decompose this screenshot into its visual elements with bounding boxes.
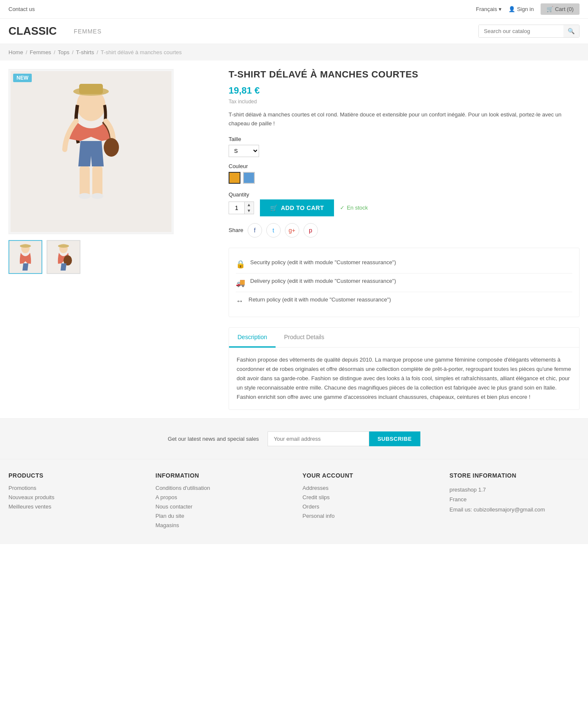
search-input[interactable] [479,25,563,37]
pinterest-icon: p [309,227,312,234]
twitter-icon: t [273,227,274,234]
cart-button[interactable]: 🛒 Cart (0) [541,3,580,15]
footer-about[interactable]: A propos [155,494,285,500]
pinterest-share[interactable]: p [304,223,318,238]
quantity-input[interactable] [229,202,244,214]
svg-rect-5 [92,166,102,196]
footer-terms[interactable]: Conditions d'utilisation [155,485,285,491]
breadcrumb-tshirts[interactable]: T-shirts [76,49,94,55]
googleplus-share[interactable]: g+ [285,223,299,238]
user-icon: 👤 [508,6,515,12]
twitter-share[interactable]: t [266,223,281,238]
breadcrumb-sep: / [97,49,98,55]
add-to-cart-button[interactable]: 🛒 ADD TO CART [260,199,334,216]
tab-description[interactable]: Description [229,328,276,348]
logo[interactable]: CLASSIC [8,25,57,38]
qty-cart-row: ▲ ▼ 🛒 ADD TO CART ✓ En stock [229,199,580,216]
svg-point-14 [58,244,69,248]
signin-link[interactable]: 👤 Sign in [508,6,534,12]
check-icon: ✓ [340,205,345,211]
tabs-header: Description Product Details [229,328,579,348]
main-content: NEW [0,61,588,418]
thumb-image-2 [47,241,80,273]
breadcrumb: Home / Femmes / Tops / T-shirts / T-shir… [0,44,588,61]
search-icon: 🔍 [568,28,575,34]
color-swatch-orange[interactable] [229,172,240,184]
language-selector[interactable]: Français ▾ [476,6,502,12]
product-images: NEW [8,69,216,410]
cart-icon: 🛒 [270,205,278,211]
cart-icon: 🛒 [547,6,553,12]
svg-rect-3 [79,84,103,94]
reassurance-block: 🔒 Security policy (edit it with module "… [229,248,580,317]
tabs-section: Description Product Details Fashion prop… [229,327,580,410]
footer-personal-info[interactable]: Personal info [303,513,433,519]
footer-addresses[interactable]: Addresses [303,485,433,491]
delivery-policy: 🚚 Delivery policy (edit it with module "… [236,274,572,292]
search-button[interactable]: 🔍 [563,25,579,37]
footer-account: YOUR ACCOUNT Addresses Credit slips Orde… [303,472,433,531]
newsletter-form: SUBSCRIBE [268,431,420,446]
footer-new-products[interactable]: Nouveaux produits [8,494,138,500]
footer-information: INFORMATION Conditions d'utilisation A p… [155,472,285,531]
footer-store-info: STORE INFORMATION prestashop 1.7 France … [450,472,580,531]
footer-products-title: PRODUCTS [8,472,138,479]
footer-credit-slips[interactable]: Credit slips [303,494,433,500]
footer-best-sellers[interactable]: Meilleures ventes [8,503,138,510]
breadcrumb-sep: / [72,49,74,55]
tab-product-details[interactable]: Product Details [276,328,333,348]
quantity-label: Quantity [229,191,580,198]
newsletter-text: Get our latest news and special sales [168,436,259,442]
footer-store-details: prestashop 1.7 France Email us: cubizoll… [450,485,580,514]
product-description: T-shirt délavé à manches courtes et col … [229,111,580,128]
size-select[interactable]: S XS M L XL [229,145,259,157]
facebook-share[interactable]: f [248,223,262,238]
chevron-down-icon: ▾ [499,6,502,12]
svg-rect-4 [80,166,90,196]
size-section: Taille S XS M L XL [229,136,580,163]
footer-sitemap[interactable]: Plan du site [155,513,285,519]
quantity-down[interactable]: ▼ [245,208,253,214]
search-box: 🔍 [478,25,580,38]
in-stock-badge: ✓ En stock [340,205,368,211]
product-main-image [11,71,171,232]
tax-info: Tax included [229,99,580,105]
breadcrumb-tops[interactable]: Tops [58,49,69,55]
footer: PRODUCTS Promotions Nouveaux produits Me… [0,459,588,544]
footer-orders[interactable]: Orders [303,503,433,510]
breadcrumb-femmes[interactable]: Femmes [30,49,51,55]
quantity-cart-section: Quantity ▲ ▼ 🛒 ADD TO CART ✓ En stock [229,191,580,216]
product-title: T-SHIRT DÉLAVÉ À MANCHES COURTES [229,69,580,80]
contact-link[interactable]: Contact us [8,6,35,12]
nav-femmes[interactable]: FEMMES [74,28,102,35]
size-label: Taille [229,136,580,142]
googleplus-icon: g+ [289,227,295,234]
quantity-up[interactable]: ▲ [245,202,253,208]
breadcrumb-home[interactable]: Home [8,49,23,55]
share-label: Share [229,227,243,233]
return-policy: ↔ Return policy (edit it with module "Cu… [236,292,572,310]
top-bar-right: Français ▾ 👤 Sign in 🛒 Cart (0) [476,3,580,15]
color-label: Couleur [229,163,580,169]
quantity-input-wrap: ▲ ▼ [229,202,254,214]
shield-icon: 🔒 [236,260,245,269]
footer-promotions[interactable]: Promotions [8,485,138,491]
color-section: Couleur [229,163,580,184]
truck-icon: 🚚 [236,278,245,287]
color-swatches [229,172,580,184]
newsletter-email-input[interactable] [268,431,369,446]
footer-information-title: INFORMATION [155,472,285,479]
header-left: CLASSIC FEMMES [8,25,102,38]
breadcrumb-sep: / [26,49,28,55]
color-swatch-blue[interactable] [243,172,255,184]
thumbnail-1[interactable] [8,240,42,274]
main-image-container: NEW [8,69,174,234]
footer-account-title: YOUR ACCOUNT [303,472,433,479]
footer-stores[interactable]: Magasins [155,522,285,528]
newsletter-subscribe-button[interactable]: SUBSCRIBE [369,431,420,446]
footer-contact[interactable]: Nous contacter [155,503,285,510]
thumbnail-2[interactable] [47,240,80,274]
product-info: T-SHIRT DÉLAVÉ À MANCHES COURTES 19,81 €… [229,69,580,410]
footer-products: PRODUCTS Promotions Nouveaux produits Me… [8,472,138,531]
thumbnails [8,240,216,274]
